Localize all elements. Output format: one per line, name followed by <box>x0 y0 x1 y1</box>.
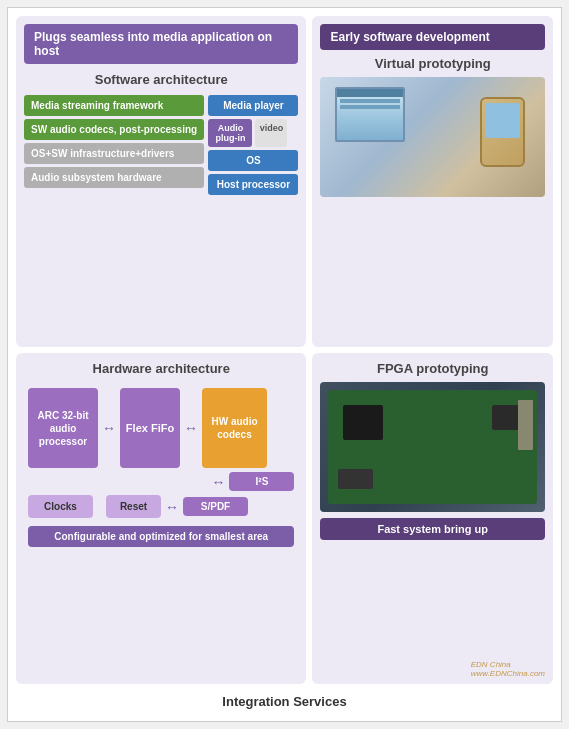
spdf-box: S/PDF <box>183 497 248 516</box>
arrow4: ↔ <box>165 499 179 515</box>
fpga-title: FPGA prototyping <box>320 361 545 376</box>
hw-audio-box: HW audio codecs <box>202 388 267 468</box>
top-left-header: Plugs seamless into media application on… <box>24 24 298 64</box>
os-box: OS <box>208 150 298 171</box>
clocks-box: Clocks <box>28 495 93 518</box>
vp-bar2 <box>340 99 400 103</box>
sw-middle-row: Audio plug-in video <box>208 119 298 147</box>
hw-bottom-bar: Configurable and optimized for smallest … <box>28 526 294 547</box>
bottom-left-panel: Hardware architecture ARC 32-bit audio p… <box>16 353 306 684</box>
sw-right-col: Media player Audio plug-in video OS Host… <box>208 95 298 195</box>
arrow2: ↔ <box>184 420 198 436</box>
hw-i2s-row: ↔ I²S <box>28 472 294 491</box>
reset-box: Reset <box>106 495 161 518</box>
hw-arch-title: Hardware architecture <box>24 361 298 376</box>
arrow1: ↔ <box>102 420 116 436</box>
top-right-panel: Early software development Virtual proto… <box>312 16 553 347</box>
arc-box: ARC 32-bit audio processor <box>28 388 98 468</box>
media-player-box: Media player <box>208 95 298 116</box>
hw-main-row: ARC 32-bit audio processor ↔ Flex FiFo ↔… <box>28 388 294 468</box>
sw-arch-title: Software architecture <box>24 72 298 87</box>
main-page: Plugs seamless into media application on… <box>7 7 562 722</box>
audio-subsystem-box: Audio subsystem hardware <box>24 167 204 188</box>
host-processor-box: Host processor <box>208 174 298 195</box>
vp-image <box>320 77 545 197</box>
fpga-chip1 <box>343 405 383 440</box>
hw-architecture: ARC 32-bit audio processor ↔ Flex FiFo ↔… <box>24 384 298 551</box>
sw-audio-codecs-box: SW audio codecs, post-processing <box>24 119 204 140</box>
fpga-image <box>320 382 545 512</box>
top-row: Plugs seamless into media application on… <box>16 16 553 347</box>
audio-plugin-box: Audio plug-in <box>208 119 252 147</box>
vp-screen <box>335 87 405 142</box>
integration-title: Integration Services <box>16 690 553 713</box>
fpga-connector <box>518 400 533 450</box>
arrow3: ↔ <box>211 474 225 490</box>
hw-clocks-row: Clocks Reset ↔ S/PDF <box>28 495 294 518</box>
bottom-right-panel: FPGA prototyping Fast system bring up ED… <box>312 353 553 684</box>
video-box: video <box>255 119 287 147</box>
media-streaming-box: Media streaming framework <box>24 95 204 116</box>
i2s-box: I²S <box>229 472 294 491</box>
vp-bar1 <box>337 89 403 97</box>
sw-left-col: Media streaming framework SW audio codec… <box>24 95 204 195</box>
fpga-subtitle: Fast system bring up <box>320 518 545 540</box>
top-right-header: Early software development <box>320 24 545 50</box>
vp-device-screen <box>485 103 520 138</box>
os-sw-box: OS+SW infrastructure+drivers <box>24 143 204 164</box>
vp-bar3 <box>340 105 400 109</box>
fpga-chip3 <box>338 469 373 489</box>
sw-architecture: Media streaming framework SW audio codec… <box>24 95 298 195</box>
top-left-panel: Plugs seamless into media application on… <box>16 16 306 347</box>
flex-box: Flex FiFo <box>120 388 180 468</box>
bottom-row: Hardware architecture ARC 32-bit audio p… <box>16 353 553 684</box>
fpga-board <box>328 390 537 504</box>
edn-watermark: EDN Chinawww.EDNChina.com <box>471 660 545 678</box>
vp-screen-inner <box>337 89 403 140</box>
vp-title: Virtual prototyping <box>320 56 545 71</box>
vp-device <box>480 97 525 167</box>
